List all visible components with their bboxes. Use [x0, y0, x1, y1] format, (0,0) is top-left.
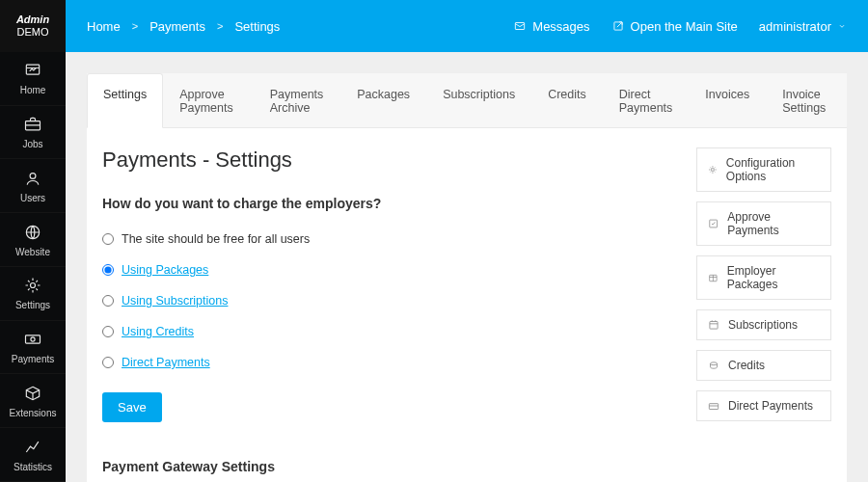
svg-rect-5: [26, 335, 41, 343]
side-link-label: Subscriptions: [728, 318, 798, 332]
tab-direct-payments[interactable]: Direct Payments: [603, 73, 690, 127]
sidebar-item-label: Statistics: [14, 462, 52, 472]
radio-input[interactable]: [102, 264, 114, 276]
tab-label: Subscriptions: [443, 88, 515, 101]
main-panel: Settings Approve Payments Payments Archi…: [87, 73, 847, 482]
svg-rect-12: [710, 322, 718, 330]
breadcrumb-sep: >: [217, 20, 223, 32]
tab-invoice-settings[interactable]: Invoice Settings: [766, 73, 847, 127]
charge-question: How do you want to charge the employers?: [102, 196, 669, 211]
sidebar-item-label: Jobs: [22, 139, 42, 149]
tab-label: Packages: [357, 88, 410, 101]
brand-block: Admin DEMO: [0, 0, 66, 52]
tab-invoices[interactable]: Invoices: [689, 73, 766, 127]
sidebar: Admin DEMO Home Jobs Users Website Setti…: [0, 0, 66, 482]
side-link-packages[interactable]: Employer Packages: [696, 255, 831, 300]
messages-label: Messages: [532, 19, 589, 34]
charge-option-subscriptions[interactable]: Using Subscriptions: [102, 294, 669, 308]
approve-icon: [707, 217, 719, 230]
breadcrumb-item[interactable]: Payments: [149, 19, 205, 34]
svg-rect-14: [709, 404, 718, 410]
breadcrumb-item[interactable]: Settings: [234, 19, 280, 34]
tab-approve-payments[interactable]: Approve Payments: [163, 73, 254, 127]
radio-input[interactable]: [102, 233, 114, 245]
content-area: Settings Approve Payments Payments Archi…: [66, 52, 868, 482]
sidebar-item-extensions[interactable]: Extensions: [0, 374, 66, 428]
globe-icon: [22, 223, 43, 242]
topbar: Home > Payments > Settings Messages Open…: [66, 0, 868, 52]
open-main-site-link[interactable]: Open the Main Site: [611, 19, 738, 34]
money-icon: [22, 330, 43, 349]
side-link-approve[interactable]: Approve Payments: [696, 201, 831, 246]
sidebar-item-label: Website: [15, 247, 50, 257]
breadcrumb-item[interactable]: Home: [87, 19, 121, 34]
sidebar-item-website[interactable]: Website: [0, 213, 66, 267]
charge-option-packages[interactable]: Using Packages: [102, 263, 669, 277]
topbar-right: Messages Open the Main Site administrato…: [513, 19, 847, 34]
home-icon: [22, 61, 43, 80]
sidebar-item-users[interactable]: Users: [0, 159, 66, 213]
side-link-direct[interactable]: Direct Payments: [696, 390, 831, 421]
sidebar-item-home[interactable]: Home: [0, 52, 66, 106]
chart-icon: [22, 438, 43, 457]
svg-point-2: [30, 173, 36, 178]
tab-subscriptions[interactable]: Subscriptions: [426, 73, 531, 127]
message-icon: [513, 19, 527, 33]
side-link-label: Direct Payments: [728, 399, 813, 413]
svg-point-9: [711, 169, 714, 172]
user-menu[interactable]: administrator: [759, 19, 847, 34]
sidebar-item-jobs[interactable]: Jobs: [0, 106, 66, 160]
side-link-label: Employer Packages: [727, 264, 821, 291]
sidebar-item-label: Payments: [12, 354, 54, 364]
charge-option-direct[interactable]: Direct Payments: [102, 356, 669, 369]
direct-payment-icon: [707, 399, 720, 413]
charge-option-free[interactable]: The site should be free for all users: [102, 232, 669, 246]
tab-credits[interactable]: Credits: [531, 73, 603, 127]
sidebar-item-payments[interactable]: Payments: [0, 321, 66, 375]
sidebar-item-settings[interactable]: Settings: [0, 267, 66, 321]
option-label[interactable]: Using Packages: [122, 263, 208, 277]
side-link-label: Credits: [728, 359, 765, 372]
sidebar-item-label: Users: [20, 193, 45, 203]
option-label[interactable]: Using Credits: [122, 325, 194, 338]
side-link-configuration[interactable]: Configuration Options: [696, 147, 831, 192]
panel-body: Payments - Settings How do you want to c…: [87, 128, 847, 482]
tab-settings[interactable]: Settings: [87, 73, 163, 128]
user-name: administrator: [759, 19, 831, 34]
tab-label: Settings: [103, 88, 147, 101]
messages-link[interactable]: Messages: [513, 19, 589, 34]
tab-payments-archive[interactable]: Payments Archive: [254, 73, 340, 127]
side-link-credits[interactable]: Credits: [696, 350, 831, 381]
tab-label: Approve Payments: [179, 88, 233, 115]
side-link-label: Configuration Options: [726, 156, 821, 183]
save-button[interactable]: Save: [102, 392, 162, 422]
tab-packages[interactable]: Packages: [340, 73, 426, 127]
brand-line-1: Admin: [16, 13, 49, 26]
main-column: Payments - Settings How do you want to c…: [102, 147, 669, 482]
radio-input[interactable]: [102, 357, 114, 368]
chevron-down-icon: [837, 21, 847, 31]
sidebar-item-statistics[interactable]: Statistics: [0, 428, 66, 482]
svg-point-13: [711, 362, 718, 365]
briefcase-icon: [22, 115, 43, 134]
gear-icon: [22, 276, 43, 295]
breadcrumb: Home > Payments > Settings: [87, 19, 280, 34]
side-column: Configuration Options Approve Payments E…: [696, 147, 831, 482]
radio-input[interactable]: [102, 326, 114, 337]
credits-icon: [707, 359, 720, 372]
side-link-label: Approve Payments: [727, 210, 821, 237]
tab-label: Credits: [548, 88, 586, 101]
side-link-subscriptions[interactable]: Subscriptions: [696, 309, 831, 340]
open-main-site-label: Open the Main Site: [631, 19, 738, 34]
option-label[interactable]: Using Subscriptions: [122, 294, 228, 308]
page-title: Payments - Settings: [102, 147, 669, 173]
tabs-bar: Settings Approve Payments Payments Archi…: [87, 73, 847, 128]
package-icon: [707, 271, 719, 284]
radio-input[interactable]: [102, 295, 114, 307]
breadcrumb-sep: >: [132, 20, 138, 32]
charge-option-credits[interactable]: Using Credits: [102, 325, 669, 338]
option-label[interactable]: Direct Payments: [122, 356, 210, 369]
calendar-icon: [707, 318, 720, 332]
tab-label: Invoice Settings: [782, 88, 826, 115]
gear-icon: [707, 163, 719, 176]
